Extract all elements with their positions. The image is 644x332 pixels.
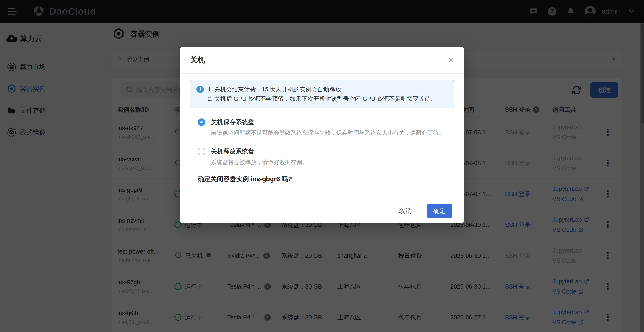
option-release-disk: 关机释放系统盘 系统盘将会被释放，请做好数据存储。: [198, 147, 454, 166]
option-save-disk-radio-row[interactable]: 关机保存系统盘: [198, 118, 454, 126]
option-release-disk-radio-row[interactable]: 关机释放系统盘: [198, 147, 454, 156]
radio-selected-icon[interactable]: [198, 118, 205, 126]
close-icon[interactable]: ×: [448, 55, 454, 65]
notice-line-1: 1. 关机会结束计费，15 天未开机的实例会自动释放。: [208, 84, 436, 94]
option-save-disk: 关机保存系统盘 若镜像空间配额不足可能会导致系统盘保存失败，保存时间与系统盘大小…: [198, 118, 454, 137]
confirm-button[interactable]: 确定: [427, 204, 452, 218]
notice-text: 1. 关机会结束计费，15 天未开机的实例会自动释放。 2. 关机后 GPU 资…: [208, 84, 436, 103]
screen: DaoCloud ? admin 算力云: [0, 0, 644, 332]
modal-title: 关机: [190, 55, 205, 65]
shutdown-modal: 关机 × i 1. 关机会结束计费，15 天未开机的实例会自动释放。 2. 关机…: [180, 47, 464, 223]
radio-unselected-icon[interactable]: [198, 148, 205, 155]
info-icon: i: [196, 86, 204, 93]
option-save-disk-desc: 若镜像空间配额不足可能会导致系统盘保存失败，保存时间与系统盘大小有关，请耐心等待…: [211, 129, 454, 137]
cancel-button[interactable]: 取消: [399, 207, 412, 215]
modal-footer: 取消 确定: [180, 199, 464, 223]
modal-header: 关机 ×: [180, 47, 464, 73]
notice-line-2: 2. 关机后 GPU 资源不会预留，如果下次开机时该型号空闲 GPU 资源不足则…: [208, 94, 436, 103]
confirm-question: 确定关闭容器实例 ins-gbgr6 吗?: [198, 175, 292, 183]
notice-box: i 1. 关机会结束计费，15 天未开机的实例会自动释放。 2. 关机后 GPU…: [190, 80, 454, 108]
option-release-disk-desc: 系统盘将会被释放，请做好数据存储。: [211, 158, 454, 166]
